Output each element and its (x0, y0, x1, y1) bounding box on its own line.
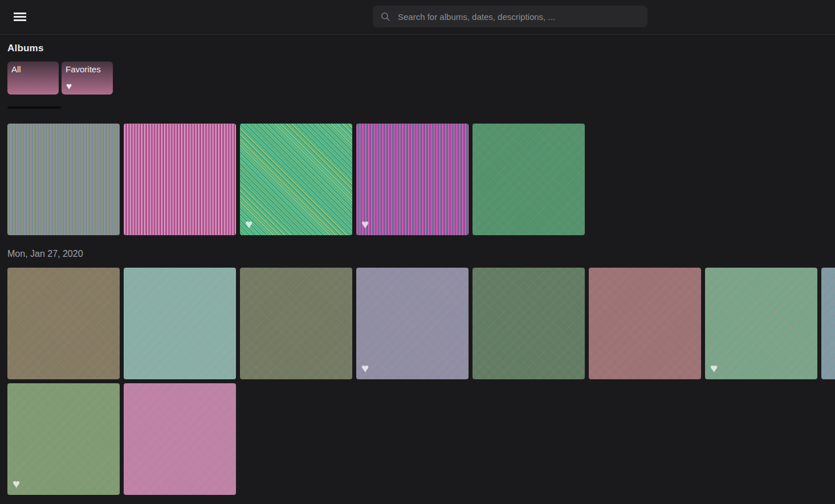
date-group: ♥♥ (7, 124, 835, 235)
photo-thumbnail[interactable] (124, 124, 236, 235)
album-card-label: All (11, 64, 21, 74)
favorite-heart-icon: ♥ (361, 362, 369, 375)
photo-thumbnail[interactable]: ♥ (7, 383, 120, 495)
date-header: Mon, Jan 27, 2020 (7, 249, 835, 259)
photo-thumbnail[interactable]: ♥ (240, 124, 352, 235)
menu-button[interactable] (14, 13, 26, 21)
photo-thumbnail[interactable]: ♥ (356, 124, 469, 235)
photo-thumbnail[interactable] (821, 268, 835, 379)
photo-row: ♥ (7, 383, 835, 495)
photo-timeline: ♥♥Mon, Jan 27, 2020♥♥♥ (7, 124, 835, 495)
albums-scrollbar-thumb[interactable] (7, 106, 61, 109)
photo-row: ♥♥ (7, 124, 835, 235)
hamburger-icon (14, 13, 26, 21)
album-card-label: Favorites (66, 64, 101, 74)
date-group: Mon, Jan 27, 2020♥♥♥ (7, 249, 835, 495)
albums-section-title: Albums (7, 43, 835, 54)
search-box (373, 6, 647, 27)
heart-icon: ♥ (66, 81, 72, 91)
photo-thumbnail[interactable] (473, 124, 585, 235)
albums-section: Albums All Favorites ♥ (7, 43, 835, 109)
favorite-heart-icon: ♥ (13, 478, 20, 490)
photo-thumbnail[interactable] (7, 124, 120, 235)
album-card-all[interactable]: All (7, 62, 59, 95)
photo-thumbnail[interactable] (124, 383, 236, 495)
album-row: All Favorites ♥ (7, 62, 835, 95)
photo-thumbnail[interactable] (589, 268, 701, 379)
photo-thumbnail[interactable] (473, 268, 585, 379)
favorite-heart-icon: ♥ (361, 218, 369, 231)
favorite-heart-icon: ♥ (245, 218, 252, 231)
album-card-favorites[interactable]: Favorites ♥ (62, 62, 113, 95)
top-bar (0, 0, 835, 35)
photo-thumbnail[interactable] (7, 268, 120, 379)
photo-thumbnail[interactable]: ♥ (356, 268, 469, 379)
favorite-heart-icon: ♥ (710, 362, 718, 375)
main-content: Albums All Favorites ♥ ♥♥Mon, Jan 27, 20… (0, 43, 835, 495)
photo-thumbnail[interactable]: ♥ (705, 268, 817, 379)
photo-thumbnail[interactable] (124, 268, 236, 379)
photo-thumbnail[interactable] (240, 268, 352, 379)
photo-row: ♥♥ (7, 268, 835, 379)
search-input[interactable] (373, 6, 647, 27)
